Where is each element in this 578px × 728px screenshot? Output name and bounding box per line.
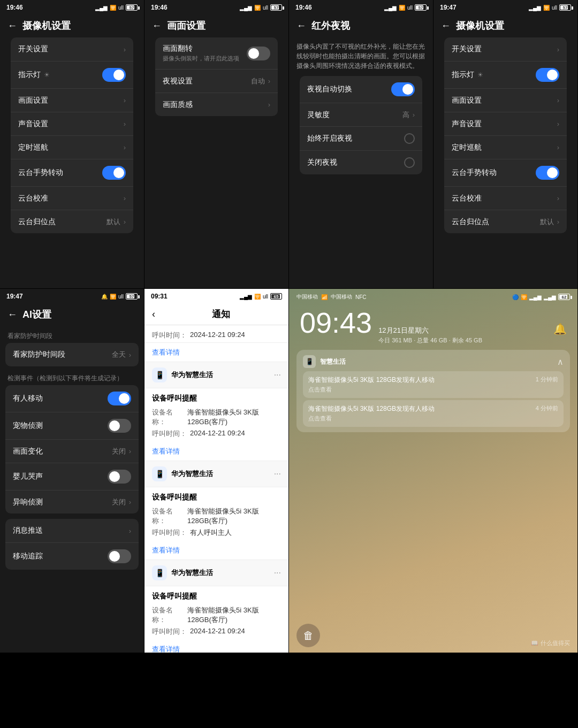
back-button-cam2[interactable]: ← (441, 20, 451, 32)
item-timerange[interactable]: 看家防护时间段 全天 › (5, 343, 139, 366)
item-auto-switch[interactable]: 夜视自动切换 (300, 76, 422, 103)
radio-always-on[interactable] (404, 133, 415, 144)
notif-link-2[interactable]: 查看详情 (144, 446, 288, 461)
ai-settings-panel: 19:47 🔔 🛜 ull 57 ← AI设置 看家防护时间段 看家防护时间段 … (0, 289, 144, 653)
lock-notif-item-2[interactable]: 海雀智能摄像头5i 3K版 128GB发现有人移动 4 分钟前 点击查看 (303, 400, 564, 427)
back-button-notif[interactable]: ‹ (152, 309, 155, 320)
item-audio-settings-2[interactable]: 声音设置 › (444, 112, 567, 135)
more-icon-1[interactable]: ··· (274, 370, 281, 380)
watermark-text: 什么值得买 (541, 639, 570, 647)
notif-app-row-2: 📱 华为智慧生活 ··· (144, 461, 288, 487)
tracking-toggle[interactable] (108, 549, 131, 563)
page-title-ai: AI设置 (22, 308, 51, 321)
chevron-icon: › (124, 194, 126, 202)
notif-link-4[interactable]: 查看详情 (144, 644, 288, 653)
item-ptz-calibrate[interactable]: 云台校准 › (11, 186, 133, 210)
page-header-screen: ← 画面设置 (144, 15, 288, 37)
more-icon-2[interactable]: ··· (274, 469, 281, 479)
motion-toggle[interactable] (108, 392, 131, 405)
notif-app-row-1: 📱 华为智慧生活 ··· (144, 362, 288, 388)
page-title-screen: 画面设置 (167, 19, 206, 32)
back-button-cam1[interactable]: ← (7, 20, 17, 32)
baby-toggle[interactable] (108, 470, 131, 484)
chevron-icon: › (557, 45, 559, 53)
item-switch-settings[interactable]: 开关设置 › (11, 37, 133, 61)
indicator-toggle-2[interactable] (536, 68, 559, 82)
chevron-icon: › (557, 120, 559, 128)
item-push[interactable]: 消息推送 › (5, 519, 139, 542)
item-baby-cry[interactable]: 婴儿哭声 (5, 463, 139, 490)
wifi-icon-5: 🛜 (110, 294, 116, 300)
item-abnormal-sound[interactable]: 异响侦测 关闭 › (5, 490, 139, 514)
lock-notif-sub-1: 点击查看 (308, 386, 558, 394)
status-bar-1: 19:46 ▂▄▆ 🛜 ull 57 (0, 0, 144, 15)
auto-switch-toggle[interactable] (391, 82, 415, 96)
item-pet[interactable]: 宠物侦测 (5, 412, 139, 439)
item-patrol-2[interactable]: 定时巡航 › (444, 135, 567, 159)
ptz-gesture-toggle-2[interactable] (536, 166, 559, 180)
item-tracking[interactable]: 移动追踪 (5, 542, 139, 570)
lock-notif-time-1: 1 分钟前 (536, 376, 558, 384)
item-ptz-gesture-2[interactable]: 云台手势转动 (444, 159, 567, 186)
notif-card-2: 设备呼叫提醒 设备名称： 海雀智能摄像头5i 3K版 128GB(客厅) 呼叫时… (144, 388, 288, 446)
camera-settings-panel-1: 19:46 ▂▄▆ 🛜 ull 57 ← 摄像机设置 开关设置 › 指示灯 (0, 0, 144, 289)
lock-collapse-icon[interactable]: ∧ (557, 357, 564, 367)
infrared-description: 摄像头内置了不可视的红外补光，能让您在光线较弱时也能拍摄出清晰的画面。您可以根据… (289, 37, 433, 76)
bt-icon: 🔵 (512, 294, 519, 300)
item-scene-change[interactable]: 画面变化 关闭 › (5, 439, 139, 463)
item-quality[interactable]: 画面质感 › (155, 93, 278, 116)
more-icon-3[interactable]: ··· (274, 568, 281, 578)
notif-card-3: 设备呼叫提醒 设备名称： 海雀智能摄像头5i 3K版 128GB(客厅) 呼叫时… (144, 487, 288, 545)
item-switch-settings-2[interactable]: 开关设置 › (444, 37, 567, 61)
radio-off[interactable] (404, 157, 415, 168)
item-ptz-home-2[interactable]: 云台归位点 默认 › (444, 210, 567, 233)
item-ptz-home[interactable]: 云台归位点 默认 › (11, 210, 133, 233)
status-icons-2: ▂▄▆ 🛜 ull 57 (240, 4, 282, 11)
infrared-group: 夜视自动切换 灵敏度 高 › 始终开启夜视 关闭夜视 (300, 76, 422, 174)
status-icons-3: ▂▄▆ 🛜 ull 57 (384, 4, 427, 11)
chevron-icon: › (557, 143, 559, 151)
item-ptz-calibrate-2[interactable]: 云台校准 › (444, 186, 567, 210)
lock-notif-item-1[interactable]: 海雀智能摄像头5i 3K版 128GB发现有人移动 1 分钟前 点击查看 (303, 371, 564, 398)
carrier1: 中国移动 (296, 293, 318, 301)
item-motion[interactable]: 有人移动 (5, 385, 139, 412)
item-indicator-2[interactable]: 指示灯 ☀ (444, 61, 567, 88)
back-button-infrared[interactable]: ← (296, 20, 306, 32)
item-screen-settings[interactable]: 画面设置 › (11, 88, 133, 112)
network-icon-2: ull (263, 5, 268, 11)
item-screen-settings-2[interactable]: 画面设置 › (444, 88, 567, 112)
notif-scroll[interactable]: 呼叫时间： 2024-12-21 09:24 查看详情 📱 华为智慧生活 ···… (144, 325, 288, 653)
indicator-toggle[interactable] (102, 68, 126, 82)
bell-icon-lock[interactable]: 🔔 (553, 323, 567, 335)
trash-icon[interactable]: 🗑 (296, 624, 320, 647)
status-icons-notif: ▂▄▆ 🛜 ull 65 (240, 293, 282, 300)
item-flip[interactable]: 画面翻转 摄像头倒装时，请开启此选项 (155, 37, 278, 69)
flip-toggle[interactable] (247, 47, 270, 60)
item-always-on[interactable]: 始终开启夜视 (300, 126, 422, 150)
status-icons-1: ▂▄▆ 🛜 ull 57 (95, 4, 138, 11)
ptz-gesture-toggle[interactable] (102, 166, 126, 180)
wifi-icon-2: 🛜 (254, 5, 261, 11)
pet-toggle[interactable] (108, 419, 131, 433)
notif-link-3[interactable]: 查看详情 (144, 545, 288, 560)
network-icon-5: ull (118, 294, 124, 300)
back-button-screen[interactable]: ← (152, 20, 162, 32)
page-header-ai: ← AI设置 (0, 304, 144, 326)
time-3: 19:46 (295, 4, 312, 11)
back-button-ai[interactable]: ← (7, 309, 17, 320)
item-night-settings[interactable]: 夜视设置 自动 › (155, 69, 278, 93)
item-sensitivity[interactable]: 灵敏度 高 › (300, 103, 422, 126)
item-off[interactable]: 关闭夜视 (300, 150, 422, 174)
item-indicator[interactable]: 指示灯 ☀ (11, 61, 133, 88)
ai-section2-label: 检测事件（检测到以下事件将生成记录） (0, 369, 144, 385)
item-audio-settings[interactable]: 声音设置 › (11, 112, 133, 135)
chevron-icon: › (124, 45, 126, 53)
item-patrol[interactable]: 定时巡航 › (11, 135, 133, 159)
ai-section1-label: 看家防护时间段 (0, 326, 144, 343)
wifi-icon-1: 🛜 (110, 5, 116, 11)
lockscreen-panel: 中国移动 📶 中国移动 NFC 🔵 🛜 ▂▄▆ ▂▄▆ 62 09:43 12月… (289, 289, 578, 653)
notif-link-1[interactable]: 查看详情 (144, 343, 288, 362)
chevron-icon: › (557, 194, 559, 202)
item-ptz-gesture[interactable]: 云台手势转动 (11, 159, 133, 186)
signal2-icon-lock: ▂▄▆ (544, 294, 556, 300)
